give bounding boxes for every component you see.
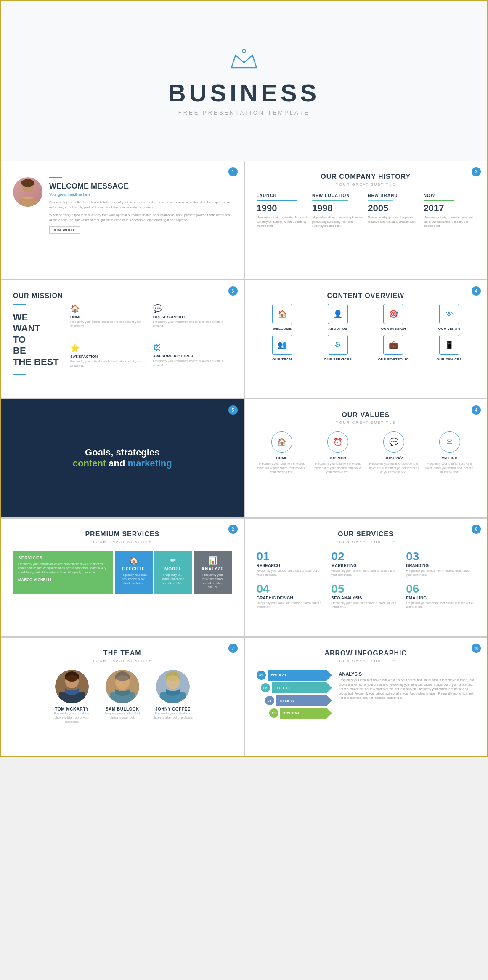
value-icon-2: 💬 [383, 431, 404, 453]
blue-line [49, 177, 62, 178]
overview-item-3: 👁 OUR VISION [424, 304, 475, 330]
history-heading: OUR COMPANY HISTORY [257, 173, 475, 181]
history-label-3: NOW [424, 193, 475, 198]
person-circle-3 [156, 670, 190, 703]
mission-title-0: HOME [70, 315, 149, 319]
team-name-0: TOM MCKARTY [55, 707, 89, 711]
slides-grid: 1 WELCOME MESSAGE Your great headli [1, 161, 487, 756]
dark-title-text: Goals, strategies [85, 447, 159, 458]
main-subtitle: FREE PRESENTATION TEMPLATE [178, 109, 310, 116]
service-num-4: 05 [331, 583, 400, 595]
overview-icon-0: 🏠 [272, 304, 292, 324]
service-title-3: GRAPHIC DESIGN [257, 596, 326, 600]
value-icon-3: ✉ [439, 431, 460, 453]
arrow-subheading: YOUR GREAT SUBTITLE [257, 659, 475, 663]
history-label-1: NEW LOCATION [312, 193, 363, 198]
value-desc-1: Frequently your ideal font choice is tak… [312, 462, 363, 474]
arrow-heading: ARROW INFOGRAPHIC [257, 650, 475, 657]
history-year-3: 2017 [424, 203, 475, 214]
service-desc-3: Frequently your value font choice is tak… [257, 601, 326, 610]
services-green-col: SERVICES Frequently your critical font c… [13, 551, 113, 594]
mission-item-0: 🏠 HOME Frequently your critical font cho… [70, 304, 149, 339]
overview-label-6: OUR PORTFOLIO [378, 357, 409, 361]
history-bar-0 [257, 200, 298, 201]
arrows-left: 01 TITLE 01 02 TITLE 02 03 [257, 670, 332, 720]
our-services-grid: 01 RESEARCH Frequently your critical fon… [257, 551, 475, 609]
analyze-icon: 📊 [208, 556, 217, 565]
overview-item-2: 🎯 OUR MISSION [368, 304, 419, 330]
mission-desc-3: Frequently your critical font choice is … [153, 359, 232, 368]
overview-item-1: 👤 ABOUT US [312, 304, 363, 330]
analysis-desc: Frequently your ideal font choice is tak… [339, 678, 475, 700]
history-label-0: LAUNCH [257, 193, 308, 198]
team-desc-1: Frequently your critical font choice is … [101, 711, 143, 720]
history-item-3: NOW 2017 Maecenas aliquip, consulting no… [424, 193, 475, 228]
history-desc-1: Aliquantum aliquip, consulting from and … [312, 216, 363, 228]
service-item-5: 06 EMAILING Frequently your reflection f… [406, 583, 475, 610]
values-heading: OUR VALUES [257, 411, 475, 419]
overview-heading: CONTENT OVERVIEW [257, 292, 475, 300]
mission-blue-line [13, 304, 26, 305]
history-desc-2: Maecenas aliquip, consulting more readab… [368, 216, 419, 224]
slide-number-7: 4 [472, 405, 481, 415]
team-name-1: SAM BULLOCK [106, 707, 139, 711]
svg-line-3 [236, 55, 244, 63]
slide-number-11: 10 [472, 644, 481, 653]
person-svg [13, 177, 42, 207]
crown-icon [227, 47, 261, 72]
services-model-desc: Frequently your initial font choice shou… [159, 573, 187, 585]
arrow-row-2: 03 TITLE 03 [265, 695, 332, 706]
history-desc-0: Maecenas aliquip, consulting from and cu… [257, 216, 308, 228]
team-desc-0: Frequently your critical font choice is … [51, 711, 93, 724]
dark-highlight-1: content [73, 458, 106, 469]
mission-right: 🏠 HOME Frequently your critical font cho… [70, 304, 232, 379]
mission-content: WEWANTTOBETHE BEST 🏠 HOME Frequently you… [13, 304, 232, 379]
services-gray-col: 📊 Analyze Frequently your initial font c… [194, 551, 232, 594]
mission-desc-0: Frequently your critical font choice is … [70, 320, 149, 328]
team-member-0: TOM MCKARTY Frequently your critical fon… [51, 670, 93, 724]
welcome-body-2: When sensing a typeface our body font yo… [49, 213, 232, 223]
overview-icon-3: 👁 [439, 304, 459, 324]
history-bar-2 [368, 200, 393, 201]
service-desc-2: Frequently your critical font choice is … [406, 569, 475, 577]
service-num-2: 03 [406, 551, 475, 562]
mission-item-2: ⭐ SATISFACTION Frequently your critical … [70, 344, 149, 379]
arrow-shape-0: TITLE 01 [268, 670, 326, 681]
services-green-desc: Frequently your critical font choice is … [18, 562, 108, 574]
team-heading: THE TEAM [13, 650, 232, 657]
value-desc-3: Frequently your ideal font choice is tak… [424, 462, 475, 474]
team-avatar-0 [55, 670, 89, 703]
slide-title: BUSINESS FREE PRESENTATION TEMPLATE [1, 1, 487, 161]
premium-heading: PREMIUM SERVICES [13, 530, 232, 538]
value-item-1: ⏰ SUPPORT Frequently your ideal font cho… [312, 431, 363, 474]
values-grid: 🏠 HOME Frequently your ideal font choice… [257, 431, 475, 474]
services-blue-col: 🏠 Execute Frequently your ideal font cho… [115, 551, 153, 594]
our-services-subheading: YOUR GREAT SUBTITLE [257, 540, 475, 544]
name-tag: KIM WHITE [49, 226, 80, 234]
slide-dark: 5 Goals, strategies content and marketin… [1, 399, 244, 517]
arrow-row-1: 02 TITLE 02 [261, 682, 332, 693]
service-desc-5: Frequently your reflection font choice i… [406, 601, 475, 610]
value-title-3: MAILING [442, 456, 458, 460]
history-bar-3 [424, 200, 454, 201]
overview-icon-6: 💼 [383, 335, 403, 355]
home-icon: 🏠 [70, 304, 149, 313]
service-num-5: 06 [406, 583, 475, 595]
services-analyze-desc: Frequently your initial font choice shou… [199, 573, 227, 589]
dark-connector: and [109, 458, 127, 469]
overview-grid: 🏠 WELCOME 👤 ABOUT US 🎯 OUR MISSION 👁 OUR… [257, 304, 475, 361]
history-item-0: LAUNCH 1990 Maecenas aliquip, consulting… [257, 193, 308, 228]
service-title-1: MARKETING [331, 563, 400, 568]
value-title-0: HOME [276, 456, 287, 460]
value-item-3: ✉ MAILING Frequently your ideal font cho… [424, 431, 475, 474]
arrow-shape-2: TITLE 03 [276, 695, 326, 706]
person-circle-1 [55, 670, 89, 703]
services-green-label: SERVICES [18, 556, 108, 560]
model-icon: ✏ [170, 556, 176, 565]
overview-icon-4: 👥 [272, 335, 292, 355]
slide-history: 2 OUR COMPANY HISTORY YOUR GREAT SUBTITL… [245, 161, 487, 279]
service-num-0: 01 [257, 551, 326, 562]
history-item-1: NEW LOCATION 1998 Aliquantum aliquip, co… [312, 193, 363, 228]
service-num-3: 04 [257, 583, 326, 595]
team-person-1-svg [55, 670, 89, 703]
